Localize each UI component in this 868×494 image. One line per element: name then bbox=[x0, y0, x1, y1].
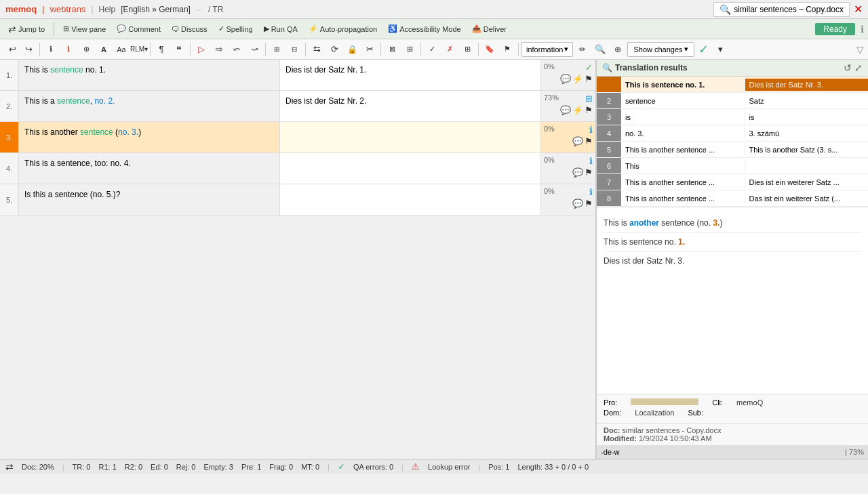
tb2-btn-15[interactable]: ✓ bbox=[424, 42, 440, 57]
tb2-btn-14[interactable]: ⊞ bbox=[401, 42, 418, 57]
search-btn[interactable]: 🔍 bbox=[592, 42, 608, 57]
seg-flag-icon-2[interactable]: ⚑ bbox=[585, 105, 593, 115]
seg-bolt-icon-1[interactable]: ⚡ bbox=[572, 74, 583, 84]
quote-button[interactable]: ❝ bbox=[171, 42, 187, 57]
accessibility-icon: ♿ bbox=[388, 24, 397, 33]
tag-button[interactable]: ⊕ bbox=[78, 42, 94, 57]
copy-source-button[interactable]: ⇨ bbox=[211, 42, 227, 57]
segment-target-1[interactable]: Dies ist der Satz Nr. 1. bbox=[280, 60, 541, 90]
tb2-btn-13[interactable]: ⊠ bbox=[384, 42, 400, 57]
tb2-btn-19[interactable]: ⚑ bbox=[499, 42, 515, 57]
tr-row-7[interactable]: 7 This is another sentence ... Dies ist … bbox=[597, 174, 868, 190]
nav-btn[interactable]: ⊕ bbox=[610, 42, 626, 57]
help-link[interactable]: Help bbox=[99, 5, 116, 14]
segment-target-5[interactable] bbox=[280, 184, 541, 215]
info-button-1[interactable]: ℹ bbox=[43, 42, 59, 57]
tr-row-6[interactable]: 6 This bbox=[597, 158, 868, 174]
seg-comment-icon-5[interactable]: 💬 bbox=[572, 199, 583, 209]
rlm-button[interactable]: RLM▾ bbox=[131, 42, 147, 57]
segment-source-3[interactable]: This is another sentence (no. 3.) bbox=[19, 122, 280, 152]
tr-target-6 bbox=[745, 164, 869, 168]
information-dropdown[interactable]: information ▾ bbox=[521, 42, 573, 57]
info-button-2[interactable]: ℹ bbox=[60, 42, 77, 57]
tr-row-4[interactable]: 4 no. 3. 3. számú bbox=[597, 125, 868, 142]
accessibility-button[interactable]: ♿ Accessibility Mode bbox=[384, 23, 465, 35]
seg-check-icon-1[interactable]: ✓ bbox=[585, 62, 593, 73]
seg-flag-icon-5[interactable]: ⚑ bbox=[585, 199, 593, 209]
confirm-button[interactable]: ✓ bbox=[696, 41, 711, 58]
format-a-button[interactable]: A bbox=[96, 42, 112, 57]
doc-title-bar: 🔍 similar sentences – Copy.docx bbox=[713, 2, 850, 17]
seg-comment-icon-2[interactable]: 💬 bbox=[560, 105, 571, 115]
tb2-btn-11[interactable]: 🔒 bbox=[344, 42, 360, 57]
edit-dropdown-btn[interactable]: ✏ bbox=[574, 42, 591, 57]
segment-target-2[interactable]: Dies ist der Satz Nr. 2. bbox=[280, 91, 541, 121]
confirm-dropdown-btn[interactable]: ▾ bbox=[713, 42, 729, 57]
status-r1: R1: 1 bbox=[98, 463, 116, 471]
tb2-btn-9[interactable]: ⇆ bbox=[309, 42, 325, 57]
preview-area: This is another sentence (no. 3.) This i… bbox=[597, 207, 868, 394]
dom-label: Dom: bbox=[604, 409, 621, 417]
tr-source-header: This is sentence no. 1. bbox=[621, 79, 745, 91]
metadata-row-2: Dom: Localization Sub: bbox=[604, 409, 861, 417]
filename: / TR bbox=[208, 5, 223, 14]
seg-comment-icon-4[interactable]: 💬 bbox=[572, 167, 583, 178]
format-aa-button[interactable]: Aa bbox=[113, 42, 130, 57]
segment-source-2[interactable]: This is a sentence, no. 2. bbox=[19, 91, 280, 121]
tb2-btn-7[interactable]: ⊞ bbox=[269, 42, 285, 57]
segment-source-5[interactable]: Is this a sentence (no. 5.)? bbox=[19, 184, 280, 215]
tr-row-2[interactable]: 2 sentence Satz bbox=[597, 93, 868, 109]
tr-source-8: This is another sentence ... bbox=[621, 192, 745, 205]
seg-comment-icon-1[interactable]: 💬 bbox=[560, 74, 571, 84]
tr-expand-button[interactable]: ⤢ bbox=[854, 62, 863, 73]
tb2-btn-17[interactable]: ⊞ bbox=[459, 42, 475, 57]
seg-percent-1: 0% bbox=[544, 62, 555, 73]
tb2-btn-16[interactable]: ✗ bbox=[441, 42, 458, 57]
filter-icon[interactable]: ▽ bbox=[856, 44, 864, 55]
undo-button[interactable]: ↩ bbox=[4, 42, 20, 57]
tr-row-5[interactable]: 5 This is another sentence ... This is a… bbox=[597, 142, 868, 158]
seg-info-icon-5[interactable]: ℹ bbox=[589, 187, 593, 197]
seg-comment-icon-3[interactable]: 💬 bbox=[572, 136, 583, 146]
toolbar-secondary: ↩ ↪ ℹ ℹ ⊕ A Aa RLM▾ ¶ ❝ ▷ ⇨ ⤺ ⤻ ⊞ ⊟ ⇆ ⟳ … bbox=[0, 39, 868, 60]
tb2-btn-10[interactable]: ⟳ bbox=[326, 42, 342, 57]
run-qa-button[interactable]: ▶ Run QA bbox=[260, 23, 302, 35]
redo-button[interactable]: ↪ bbox=[20, 42, 37, 57]
show-changes-button[interactable]: Show changes ▾ bbox=[627, 42, 694, 57]
tr-row-8[interactable]: 8 This is another sentence ... Das ist e… bbox=[597, 190, 868, 207]
app-webtrans: | bbox=[42, 4, 44, 14]
tb2-btn-6[interactable]: ⤻ bbox=[246, 42, 262, 57]
deliver-button[interactable]: 📤 Deliver bbox=[468, 23, 511, 35]
segment-source-1[interactable]: This is sentence no. 1. bbox=[19, 60, 280, 90]
para-button[interactable]: ¶ bbox=[153, 42, 170, 57]
seg-info-icon-2[interactable]: ⊞ bbox=[585, 94, 593, 104]
close-button[interactable]: ✕ bbox=[854, 3, 863, 16]
segment-source-4[interactable]: This is a sentence, too: no. 4. bbox=[19, 153, 280, 184]
tb2-btn-5[interactable]: ⤺ bbox=[229, 42, 245, 57]
spelling-button[interactable]: ✓ Spelling bbox=[214, 23, 257, 35]
tb2-btn-12[interactable]: ✂ bbox=[361, 42, 378, 57]
info-icon[interactable]: ℹ bbox=[861, 24, 864, 35]
view-pane-button[interactable]: ⊞ View pane bbox=[59, 23, 110, 35]
seg-flag-icon-4[interactable]: ⚑ bbox=[585, 167, 593, 178]
discuss-button[interactable]: 🗨 Discuss bbox=[167, 24, 212, 35]
seg-flag-icon-3[interactable]: ⚑ bbox=[585, 136, 593, 146]
segment-target-4[interactable] bbox=[280, 153, 541, 184]
tb2-btn-8[interactable]: ⊟ bbox=[286, 42, 302, 57]
seg-bolt-icon-2[interactable]: ⚡ bbox=[572, 105, 583, 115]
jump-to-button[interactable]: ⇄ Jump to bbox=[4, 22, 49, 36]
seg-info-icon-4[interactable]: ℹ bbox=[589, 156, 593, 166]
auto-propagation-button[interactable]: ⚡ Auto-propagation bbox=[304, 23, 381, 35]
preview-no1: 1. bbox=[678, 237, 685, 247]
tr-row-3[interactable]: 3 is is bbox=[597, 109, 868, 125]
comment-button[interactable]: 💬 Comment bbox=[113, 23, 165, 35]
seg-flag-icon-1[interactable]: ⚑ bbox=[585, 74, 593, 84]
tr-rank-4: 4 bbox=[597, 125, 621, 141]
insert-tag-button[interactable]: ▷ bbox=[193, 42, 210, 57]
show-changes-arrow: ▾ bbox=[684, 45, 688, 54]
seg-info-icon-3[interactable]: ℹ bbox=[589, 125, 593, 135]
tr-refresh-button[interactable]: ↺ bbox=[844, 62, 852, 73]
tb2-btn-18[interactable]: 🔖 bbox=[481, 42, 498, 57]
tr-icon: 🔍 bbox=[602, 63, 612, 73]
segment-target-3[interactable] bbox=[280, 122, 541, 152]
